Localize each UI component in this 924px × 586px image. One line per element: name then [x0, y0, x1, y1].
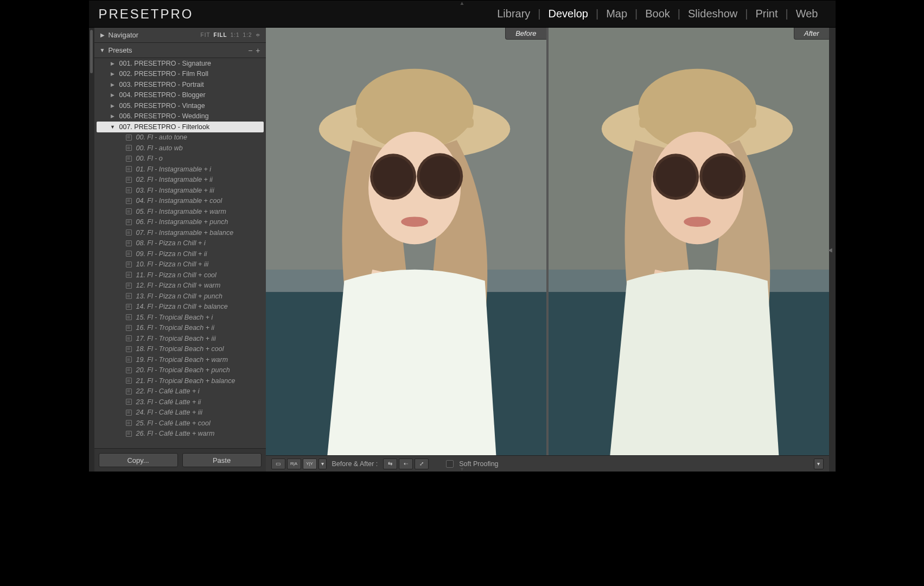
preset-folder[interactable]: ▶001. PRESETPRO - Signature — [94, 58, 266, 69]
preset-item[interactable]: ⊞07. Fl - Instagramable + balance — [94, 227, 266, 238]
before-label: Before — [505, 28, 546, 40]
preset-item-label: 24. Fl - Café Latte + iii — [136, 409, 203, 416]
preset-item[interactable]: ⊞25. Fl - Café Latte + cool — [94, 418, 266, 429]
preset-folder[interactable]: ▶002. PRESETPRO - Film Roll — [94, 69, 266, 80]
preset-folder-label: 004. PRESETPRO - Blogger — [119, 91, 206, 99]
preset-icon: ⊞ — [126, 314, 132, 320]
preset-item[interactable]: ⊞02. Fl - Instagramable + ii — [94, 175, 266, 186]
preset-icon: ⊞ — [126, 135, 132, 141]
copy-after-to-before-button[interactable]: ⇠ — [399, 458, 413, 469]
module-map[interactable]: Map — [598, 8, 635, 20]
module-print[interactable]: Print — [748, 8, 785, 20]
preset-folder[interactable]: ▶005. PRESETPRO - Vintage — [94, 100, 266, 111]
preset-folder-label: 003. PRESETPRO - Portrait — [119, 81, 204, 88]
preset-item[interactable]: ⊞11. Fl - Pizza n Chill + cool — [94, 270, 266, 281]
preset-item[interactable]: ⊞21. Fl - Tropical Beach + balance — [94, 375, 266, 386]
preset-item[interactable]: ⊞22. Fl - Café Latte + i — [94, 386, 266, 397]
module-slideshow[interactable]: Slideshow — [680, 8, 745, 20]
preset-item[interactable]: ⊞00. Fl - auto tone — [94, 132, 266, 143]
preset-folder[interactable]: ▼007. PRESETPRO - Filterlook — [97, 122, 264, 132]
before-pane[interactable]: Before — [266, 28, 546, 455]
preset-item[interactable]: ⊞05. Fl - Instagramable + warm — [94, 206, 266, 217]
preset-item[interactable]: ⊞10. Fl - Pizza n Chill + iii — [94, 259, 266, 270]
preset-icon: ⊞ — [126, 431, 132, 437]
preset-item[interactable]: ⊞24. Fl - Café Latte + iii — [94, 407, 266, 418]
preset-icon: ⊞ — [126, 219, 132, 225]
svg-point-22 — [702, 156, 743, 196]
filmstrip-toggle[interactable]: ▼ — [460, 466, 465, 472]
preset-item[interactable]: ⊞20. Fl - Tropical Beach + punch — [94, 365, 266, 376]
preset-folder[interactable]: ▶004. PRESETPRO - Blogger — [94, 90, 266, 101]
preset-item[interactable]: ⊞06. Fl - Instagramable + punch — [94, 217, 266, 228]
preset-item[interactable]: ⊞09. Fl - Pizza n Chill + ii — [94, 249, 266, 259]
soft-proofing-checkbox[interactable] — [446, 460, 454, 468]
preset-folder[interactable]: ▶003. PRESETPRO - Portrait — [94, 79, 266, 90]
preset-item[interactable]: ⊞14. Fl - Pizza n Chill + balance — [94, 302, 266, 313]
preset-item-label: 12. Fl - Pizza n Chill + warm — [136, 282, 221, 289]
preset-item[interactable]: ⊞01. Fl - Instagramable + i — [94, 164, 266, 175]
module-develop[interactable]: Develop — [541, 8, 596, 20]
plus-icon[interactable]: + — [256, 46, 260, 55]
preset-folder[interactable]: ▶006. PRESETPRO - Wedding — [94, 111, 266, 122]
top-panel-toggle[interactable]: ▲ — [460, 0, 465, 6]
preset-icon: ⊞ — [126, 399, 132, 405]
presets-title: Presets — [109, 46, 132, 54]
preset-item[interactable]: ⊞26. Fl - Café Latte + warm — [94, 429, 266, 440]
copy-before-to-after-button[interactable]: ⤢ — [415, 458, 429, 469]
zoom-stepper-icon[interactable]: ≑ — [256, 32, 260, 38]
preset-item-label: 19. Fl - Tropical Beach + warm — [136, 356, 228, 364]
swap-before-after-button[interactable]: ⇆ — [383, 458, 397, 469]
preset-item-label: 05. Fl - Instagramable + warm — [136, 208, 226, 215]
chevron-down-icon: ▼ — [100, 47, 105, 53]
minus-icon[interactable]: − — [248, 46, 252, 55]
preset-item[interactable]: ⊞17. Fl - Tropical Beach + iii — [94, 333, 266, 344]
chevron-right-icon: ▶ — [110, 92, 116, 98]
preset-folder-label: 007. PRESETPRO - Filterlook — [119, 123, 210, 131]
preset-icon: ⊞ — [126, 145, 132, 151]
reference-view-button[interactable]: R|A — [287, 458, 301, 469]
preset-item[interactable]: ⊞16. Fl - Tropical Beach + ii — [94, 323, 266, 334]
module-book[interactable]: Book — [638, 8, 678, 20]
toolbar-collapse-button[interactable]: ▾ — [814, 458, 824, 469]
preset-item-label: 07. Fl - Instagramable + balance — [136, 229, 234, 237]
preset-item[interactable]: ⊞04. Fl - Instagramable + cool — [94, 196, 266, 207]
preset-item[interactable]: ⊞19. Fl - Tropical Beach + warm — [94, 354, 266, 365]
zoom-fit[interactable]: FIT — [201, 32, 211, 38]
preset-item[interactable]: ⊞15. Fl - Tropical Beach + i — [94, 312, 266, 323]
preset-item[interactable]: ⊞13. Fl - Pizza n Chill + punch — [94, 291, 266, 302]
navigator-header[interactable]: ▶ Navigator FITFILL1:11:2≑ — [94, 28, 266, 43]
preset-item[interactable]: ⊞03. Fl - Instagramable + iii — [94, 185, 266, 196]
preset-item[interactable]: ⊞00. Fl - auto wb — [94, 143, 266, 154]
copy-button[interactable]: Copy... — [99, 453, 178, 467]
preset-item[interactable]: ⊞23. Fl - Café Latte + ii — [94, 397, 266, 407]
preset-icon: ⊞ — [126, 283, 132, 289]
preset-item-label: 25. Fl - Café Latte + cool — [136, 419, 211, 427]
module-web[interactable]: Web — [788, 8, 826, 20]
zoom-1-1[interactable]: 1:1 — [231, 32, 240, 38]
preset-icon: ⊞ — [126, 420, 132, 426]
zoom-1-2[interactable]: 1:2 — [243, 32, 252, 38]
preset-item-label: 16. Fl - Tropical Beach + ii — [136, 324, 215, 332]
left-scrollbar[interactable] — [89, 28, 94, 472]
zoom-fill[interactable]: FILL — [214, 32, 227, 38]
module-library[interactable]: Library — [489, 8, 538, 20]
before-after-menu-button[interactable]: ▾ — [318, 458, 327, 469]
preset-icon: ⊞ — [126, 335, 132, 341]
preset-item[interactable]: ⊞08. Fl - Pizza n Chill + i — [94, 238, 266, 249]
preset-item[interactable]: ⊞18. Fl - Tropical Beach + cool — [94, 344, 266, 355]
brand-logo: PRESETPRO — [99, 7, 194, 22]
before-after-view-button[interactable]: Y|Y — [303, 458, 317, 469]
paste-button[interactable]: Paste — [182, 453, 262, 467]
preset-item[interactable]: ⊞12. Fl - Pizza n Chill + warm — [94, 281, 266, 291]
loupe-view-button[interactable]: ▭ — [271, 458, 285, 469]
svg-point-23 — [684, 216, 711, 227]
preset-item-label: 04. Fl - Instagramable + cool — [136, 197, 222, 205]
right-panel-collapsed[interactable]: ◀ — [829, 28, 836, 472]
preset-item[interactable]: ⊞00. Fl - o — [94, 154, 266, 164]
preset-icon: ⊞ — [126, 378, 132, 384]
preset-icon: ⊞ — [126, 240, 132, 246]
chevron-right-icon: ▶ — [110, 82, 116, 87]
after-pane[interactable]: After — [549, 28, 829, 455]
preset-icon: ⊞ — [126, 356, 132, 362]
presets-header[interactable]: ▼ Presets − + — [94, 43, 266, 58]
